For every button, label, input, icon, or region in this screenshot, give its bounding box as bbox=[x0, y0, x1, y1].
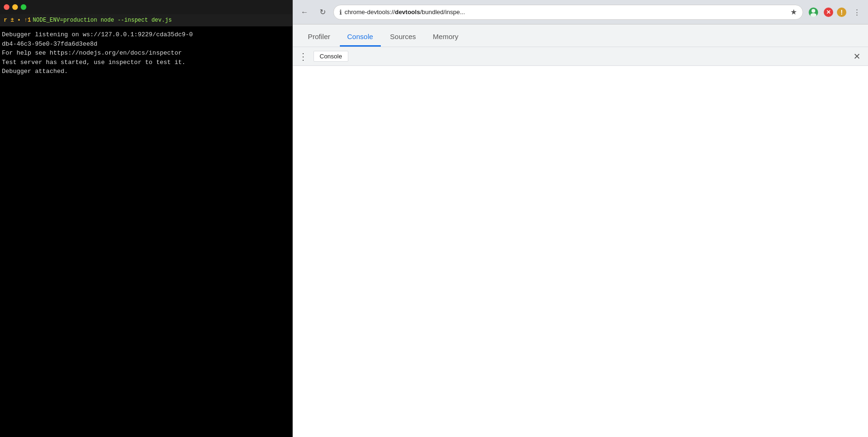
terminal-output[interactable]: Debugger listening on ws://127.0.0.1:922… bbox=[0, 26, 293, 437]
console-subheader: ⋮ Console ✕ bbox=[293, 47, 868, 66]
terminal-divider bbox=[292, 0, 293, 437]
back-button[interactable]: ← bbox=[297, 5, 312, 19]
terminal-command: NODE_ENV=production node --inspect dev.j… bbox=[33, 17, 172, 24]
devtools-content: ⋮ Console ✕ bbox=[293, 47, 868, 437]
address-text: chrome-devtools://devtools/bundled/inspe… bbox=[345, 8, 788, 16]
tab-memory[interactable]: Memory bbox=[426, 29, 466, 47]
console-body[interactable] bbox=[293, 66, 868, 437]
profile-icon[interactable] bbox=[807, 6, 820, 19]
browser-chrome: ← ↻ ℹ chrome-devtools://devtools/bundled… bbox=[293, 0, 868, 24]
tab-sources[interactable]: Sources bbox=[383, 29, 424, 47]
error-badge: ✕ bbox=[824, 8, 833, 17]
terminal-prompt: r ± • ↑1 bbox=[4, 17, 31, 24]
bookmark-icon[interactable]: ★ bbox=[790, 8, 797, 16]
console-close-button[interactable]: ✕ bbox=[850, 49, 864, 64]
browser-panel: ← ↻ ℹ chrome-devtools://devtools/bundled… bbox=[293, 0, 868, 437]
svg-point-1 bbox=[812, 9, 815, 13]
console-more-button[interactable]: ⋮ bbox=[297, 49, 310, 64]
devtools-tabs: Profiler Console Sources Memory bbox=[293, 24, 868, 47]
console-tab-label[interactable]: Console bbox=[313, 51, 348, 62]
profile-svg bbox=[808, 7, 819, 17]
terminal-prompt-marker: r ± • ↑1 bbox=[4, 17, 31, 24]
address-bar[interactable]: ℹ chrome-devtools://devtools/bundled/ins… bbox=[333, 5, 803, 20]
terminal-titlebar bbox=[0, 0, 293, 14]
terminal-maximize-dot[interactable] bbox=[21, 4, 26, 10]
terminal-close-dot[interactable] bbox=[4, 4, 9, 10]
tab-profiler[interactable]: Profiler bbox=[300, 29, 338, 47]
svg-point-2 bbox=[811, 13, 817, 17]
terminal-panel: r ± • ↑1 NODE_ENV=production node --insp… bbox=[0, 0, 293, 437]
browser-menu-button[interactable]: ⋮ bbox=[850, 6, 863, 19]
terminal-minimize-dot[interactable] bbox=[12, 4, 18, 10]
info-icon: ℹ bbox=[339, 8, 342, 16]
warn-badge: ! bbox=[837, 8, 846, 17]
refresh-button[interactable]: ↻ bbox=[315, 5, 330, 19]
terminal-command-bar: r ± • ↑1 NODE_ENV=production node --insp… bbox=[0, 14, 293, 26]
tab-console[interactable]: Console bbox=[340, 29, 381, 47]
